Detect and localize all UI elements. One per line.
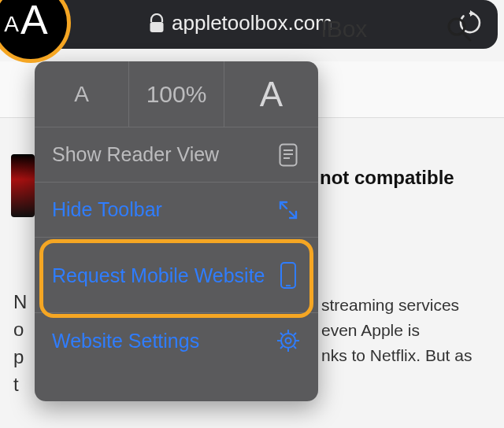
paragraph-left-letter: t	[13, 374, 19, 396]
aa-button-highlight[interactable]: A A	[0, 0, 71, 63]
svg-point-12	[286, 338, 291, 344]
site-title-fragment: lBox	[321, 16, 367, 42]
svg-line-20	[294, 346, 296, 349]
svg-line-8	[290, 212, 295, 217]
phone-icon	[276, 261, 301, 290]
address-bar: appletoolbox.com	[6, 0, 498, 49]
paragraph-left-letter: o	[13, 319, 24, 341]
svg-point-11	[281, 334, 295, 348]
decrease-text-button[interactable]: A	[35, 61, 129, 127]
address-bar-domain[interactable]: appletoolbox.com	[172, 11, 332, 35]
decrease-text-label: A	[74, 82, 89, 107]
zoom-level-label: 100%	[146, 81, 207, 108]
svg-line-19	[280, 346, 283, 349]
reader-icon	[276, 143, 301, 167]
request-mobile-website-item[interactable]: Request Mobile Website	[35, 238, 318, 313]
search-icon[interactable]	[446, 16, 472, 42]
lock-icon	[148, 13, 165, 34]
increase-text-label: A	[260, 75, 283, 114]
svg-rect-9	[281, 263, 295, 288]
paragraph-left-letter: p	[13, 346, 24, 368]
hide-toolbar-label: Hide Toolbar	[52, 198, 162, 221]
request-mobile-website-label: Request Mobile Website	[52, 264, 265, 287]
paragraph-fragment: even Apple is	[321, 321, 420, 340]
increase-text-button[interactable]: A	[224, 61, 318, 127]
article-thumbnail	[11, 154, 35, 217]
zoom-level[interactable]: 100%	[129, 61, 224, 127]
aa-large-letter: A	[20, 0, 48, 40]
text-size-row: A 100% A	[35, 61, 318, 127]
hide-toolbar-item[interactable]: Hide Toolbar	[35, 183, 318, 238]
aa-menu: A 100% A Show Reader View Hide Toolbar R…	[35, 61, 318, 401]
paragraph-fragment: nks to Netflix. But as	[321, 346, 472, 365]
show-reader-view-label: Show Reader View	[52, 143, 219, 166]
show-reader-view-item[interactable]: Show Reader View	[35, 127, 318, 183]
expand-icon	[276, 199, 301, 221]
svg-line-7	[281, 203, 287, 208]
website-settings-item[interactable]: Website Settings	[35, 313, 318, 368]
paragraph-fragment: streaming services	[321, 296, 459, 315]
svg-line-2	[463, 33, 470, 40]
gear-icon	[276, 329, 301, 352]
headline-fragment: not compatible	[320, 167, 454, 189]
website-settings-label: Website Settings	[52, 330, 199, 352]
paragraph-left-letter: N	[13, 291, 27, 313]
svg-line-17	[280, 333, 283, 335]
svg-line-18	[294, 333, 296, 335]
aa-small-letter: A	[4, 13, 19, 35]
svg-rect-0	[150, 22, 164, 32]
